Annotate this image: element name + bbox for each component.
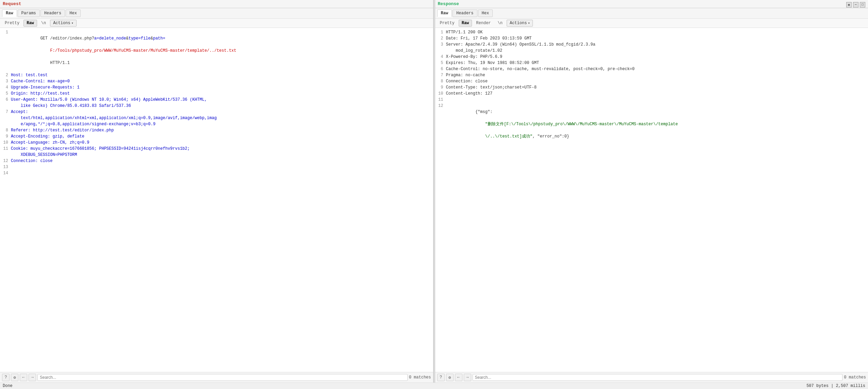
request-code-area: 1 GET /editor/index.php?a=delete_node&ty…	[0, 28, 433, 372]
response-matches-label: 0 matches	[844, 375, 866, 380]
status-bar: Done 507 bytes | 2,507 millis	[0, 383, 868, 389]
status-right: 507 bytes | 2,507 millis	[806, 384, 865, 388]
response-tab-bar: Raw Headers Hex	[435, 8, 868, 19]
request-line-13: 13	[0, 164, 433, 170]
response-line-4: 4 X-Powered-By: PHP/5.6.9	[435, 54, 868, 60]
request-search-input[interactable]	[37, 374, 408, 381]
response-line-2: 2 Date: Fri, 17 Feb 2023 03:13:59 GMT	[435, 35, 868, 42]
response-next-match-icon[interactable]: →	[464, 374, 471, 381]
request-prev-match-icon[interactable]: ←	[20, 374, 27, 381]
tab-raw-response[interactable]: Raw	[437, 10, 452, 17]
window-minimize-icon[interactable]: —	[853, 2, 858, 7]
request-line-3: 3 Cache-Control: max-age=0	[0, 78, 433, 84]
sub-tab-newline-request[interactable]: \n	[38, 20, 49, 26]
sub-tab-raw-request[interactable]: Raw	[23, 20, 37, 27]
request-line-11: 11 Cookie: muyu_checkaccre=1676601856; P…	[0, 146, 433, 158]
request-line-1: 1 GET /editor/index.php?a=delete_node&ty…	[0, 29, 433, 72]
request-panel: Request Raw Params Headers Hex Pretty Ra…	[0, 0, 433, 383]
status-left: Done	[3, 384, 13, 388]
response-line-9: 9 Content-Type: text/json;charset=UTF-8	[435, 84, 868, 91]
response-search-bar: ? ⚙ ← → 0 matches	[435, 372, 868, 383]
response-line-7: 7 Pragma: no-cache	[435, 72, 868, 78]
request-line-7: 7 Accept: text/html,application/xhtml+xm…	[0, 109, 433, 127]
actions-button-response[interactable]: Actions	[507, 20, 533, 27]
request-sub-tab-bar: Pretty Raw \n Actions	[0, 19, 433, 28]
request-line-9: 9 Accept-Encoding: gzip, deflate	[0, 133, 433, 140]
response-settings-icon[interactable]: ⚙	[446, 374, 454, 381]
request-next-match-icon[interactable]: →	[29, 374, 36, 381]
request-line-8: 8 Referer: http://test.test/editor/index…	[0, 127, 433, 133]
tab-raw-request[interactable]: Raw	[2, 10, 17, 17]
request-line-4: 4 Upgrade-Insecure-Requests: 1	[0, 84, 433, 91]
tab-headers-response[interactable]: Headers	[453, 10, 477, 17]
request-search-bar: ? ⚙ ← → 0 matches	[0, 372, 433, 383]
request-matches-label: 0 matches	[409, 375, 431, 380]
actions-button-request[interactable]: Actions	[50, 20, 76, 27]
request-settings-icon[interactable]: ⚙	[11, 374, 18, 381]
response-line-12: 12 {"msg": "删除文件[F:\/Tools\/phpstudy_pro…	[435, 103, 868, 146]
tab-hex-request[interactable]: Hex	[66, 10, 81, 17]
window-expand-icon[interactable]: □	[860, 2, 865, 7]
request-line-10: 10 Accept-Language: zh-CN, zh;q=0.9	[0, 140, 433, 146]
sub-tab-render-response[interactable]: Render	[473, 20, 493, 26]
response-search-input[interactable]	[473, 374, 843, 381]
window-split-icon[interactable]: ⊞	[846, 2, 852, 7]
tab-hex-response[interactable]: Hex	[478, 10, 493, 17]
request-line-2: 2 Host: test.test	[0, 72, 433, 78]
response-title: Response	[435, 0, 868, 8]
response-line-5: 5 Expires: Thu, 19 Nov 1981 08:52:00 GMT	[435, 60, 868, 66]
sub-tab-pretty-response[interactable]: Pretty	[437, 20, 457, 26]
sub-tab-pretty-request[interactable]: Pretty	[2, 20, 22, 26]
response-line-3: 3 Server: Apache/2.4.39 (Win64) OpenSSL/…	[435, 42, 868, 54]
request-help-icon[interactable]: ?	[2, 374, 10, 381]
response-code-area: 1 HTTP/1.1 200 OK 2 Date: Fri, 17 Feb 20…	[435, 28, 868, 372]
response-line-8: 8 Connection: close	[435, 78, 868, 84]
request-title: Request	[0, 0, 433, 8]
sub-tab-newline-response[interactable]: \n	[495, 20, 505, 26]
response-help-icon[interactable]: ?	[437, 374, 445, 381]
request-line-6: 6 User-Agent: Mozilla/5.0 (Windows NT 10…	[0, 97, 433, 109]
response-line-1: 1 HTTP/1.1 200 OK	[435, 29, 868, 35]
request-tab-bar: Raw Params Headers Hex	[0, 8, 433, 19]
response-prev-match-icon[interactable]: ←	[455, 374, 462, 381]
response-sub-tab-bar: Pretty Raw Render \n Actions	[435, 19, 868, 28]
response-line-10: 10 Content-Length: 127	[435, 91, 868, 97]
request-line-14: 14	[0, 170, 433, 176]
request-line-5: 5 Origin: http://test.test	[0, 91, 433, 97]
request-line-12: 12 Connection: close	[0, 158, 433, 164]
response-line-6: 6 Cache-Control: no-store, no-cache, mus…	[435, 66, 868, 72]
tab-params-request[interactable]: Params	[18, 10, 40, 17]
response-panel: Response Raw Headers Hex Pretty Raw Rend…	[435, 0, 868, 383]
sub-tab-raw-response[interactable]: Raw	[459, 20, 472, 27]
response-line-11: 11	[435, 97, 868, 103]
tab-headers-request[interactable]: Headers	[40, 10, 65, 17]
